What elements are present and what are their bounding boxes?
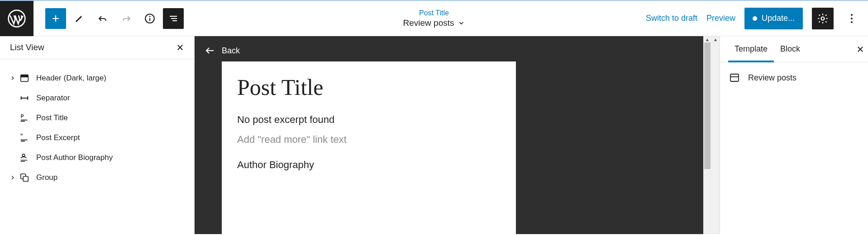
list-item-group[interactable]: Group: [5, 168, 190, 188]
svg-point-6: [851, 18, 853, 19]
svg-rect-3: [149, 18, 150, 20]
list-view-header: List View: [0, 36, 194, 59]
scrollbar-thumb[interactable]: [704, 42, 711, 169]
update-button[interactable]: Update...: [744, 8, 803, 29]
template-name-value: Review posts: [748, 73, 796, 83]
post-title-icon: P: [18, 113, 31, 123]
outer-scrollbar[interactable]: ▲: [711, 36, 720, 234]
template-name-label: Review posts: [403, 18, 454, 28]
back-button[interactable]: Back: [205, 45, 240, 56]
redo-icon: [121, 13, 132, 24]
list-item-label: Post Title: [36, 113, 68, 122]
list-view-panel: List View Header (Dark, large) Separator…: [0, 36, 195, 234]
toolbar-left-group: [45, 8, 184, 29]
plus-icon: [50, 13, 61, 24]
post-title-link[interactable]: Post Title: [403, 9, 465, 17]
inspector-panel: Template Block Review posts: [720, 36, 868, 234]
list-item-post-excerpt[interactable]: ” Post Excerpt: [5, 128, 190, 148]
list-view-icon: [168, 13, 179, 24]
wordpress-icon: [8, 9, 26, 28]
svg-point-7: [851, 21, 853, 23]
list-item-label: Post Author Biography: [36, 153, 113, 162]
document-title[interactable]: Post Title Review posts: [403, 9, 465, 28]
redo-button[interactable]: [116, 8, 137, 29]
svg-point-2: [149, 16, 151, 17]
list-item-label: Group: [36, 173, 57, 182]
post-excerpt-icon: ”: [18, 133, 31, 143]
read-more-input[interactable]: Add "read more" link text: [237, 134, 501, 146]
tools-button[interactable]: [69, 8, 90, 29]
author-bio-icon: [18, 153, 31, 163]
list-item-label: Post Excerpt: [36, 133, 80, 142]
editor-canvas: Back Post Title No post excerpt found Ad…: [195, 36, 720, 234]
close-icon: [176, 43, 184, 52]
top-toolbar: Post Title Review posts Switch to draft …: [0, 1, 868, 36]
undo-button[interactable]: [92, 8, 113, 29]
svg-point-12: [22, 154, 25, 157]
close-list-view-button[interactable]: [176, 43, 184, 52]
layout-icon: [729, 72, 740, 83]
pencil-icon: [74, 13, 85, 24]
vertical-dots-icon: [850, 13, 853, 24]
gear-icon: [817, 13, 829, 24]
toolbar-right-group: Switch to draft Preview Update...: [646, 8, 868, 29]
wordpress-logo[interactable]: [0, 1, 33, 36]
svg-rect-14: [23, 176, 28, 181]
more-options-button[interactable]: [843, 8, 861, 29]
template-row[interactable]: Review posts: [729, 72, 859, 83]
main-area: List View Header (Dark, large) Separator…: [0, 36, 868, 234]
preview-button[interactable]: Preview: [706, 14, 735, 23]
list-view-title: List View: [10, 42, 44, 52]
tab-block[interactable]: Block: [774, 36, 806, 62]
scroll-up-icon[interactable]: ▲: [703, 37, 711, 42]
list-item-header[interactable]: Header (Dark, large): [5, 68, 190, 88]
close-inspector-button[interactable]: [856, 45, 864, 53]
switch-to-draft-button[interactable]: Switch to draft: [646, 14, 697, 23]
settings-button[interactable]: [812, 8, 834, 29]
template-name-row[interactable]: Review posts: [403, 18, 465, 28]
canvas-document[interactable]: Post Title No post excerpt found Add "re…: [222, 61, 516, 234]
list-item-separator[interactable]: Separator: [5, 88, 190, 108]
undo-icon: [97, 13, 108, 24]
unsaved-dot-icon: [753, 16, 757, 21]
post-title-block[interactable]: Post Title: [237, 74, 501, 100]
inspector-body: Review posts: [720, 62, 868, 93]
svg-point-5: [851, 14, 853, 16]
close-icon: [856, 45, 864, 53]
group-icon: [18, 173, 31, 183]
list-view-toggle[interactable]: [163, 8, 184, 29]
list-item-label: Header (Dark, large): [36, 74, 106, 83]
tab-template[interactable]: Template: [728, 36, 774, 62]
author-bio-block[interactable]: Author Biography: [237, 159, 501, 171]
arrow-left-icon: [205, 45, 215, 56]
svg-rect-9: [21, 75, 29, 78]
svg-point-4: [821, 17, 825, 20]
list-view-tree: Header (Dark, large) Separator P Post Ti…: [0, 59, 194, 197]
chevron-right-icon[interactable]: [7, 75, 18, 81]
inspector-tabs: Template Block: [720, 36, 868, 62]
separator-icon: [18, 93, 31, 103]
svg-text:”: ”: [20, 133, 23, 139]
chevron-right-icon[interactable]: [7, 175, 18, 180]
chevron-down-icon: [458, 19, 465, 27]
list-item-label: Separator: [36, 94, 70, 103]
list-item-post-title[interactable]: P Post Title: [5, 108, 190, 128]
canvas-scrollbar[interactable]: ▲: [703, 36, 711, 234]
block-inserter-button[interactable]: [45, 8, 66, 29]
list-item-author-bio[interactable]: Post Author Biography: [5, 148, 190, 168]
post-excerpt-block[interactable]: No post excerpt found: [237, 114, 501, 126]
svg-text:P: P: [21, 114, 24, 119]
details-button[interactable]: [139, 8, 160, 29]
update-button-label: Update...: [762, 14, 795, 23]
svg-rect-15: [730, 74, 739, 81]
header-icon: [18, 73, 31, 83]
scroll-up-icon[interactable]: ▲: [711, 37, 720, 42]
info-icon: [144, 13, 156, 24]
back-label: Back: [222, 46, 240, 56]
